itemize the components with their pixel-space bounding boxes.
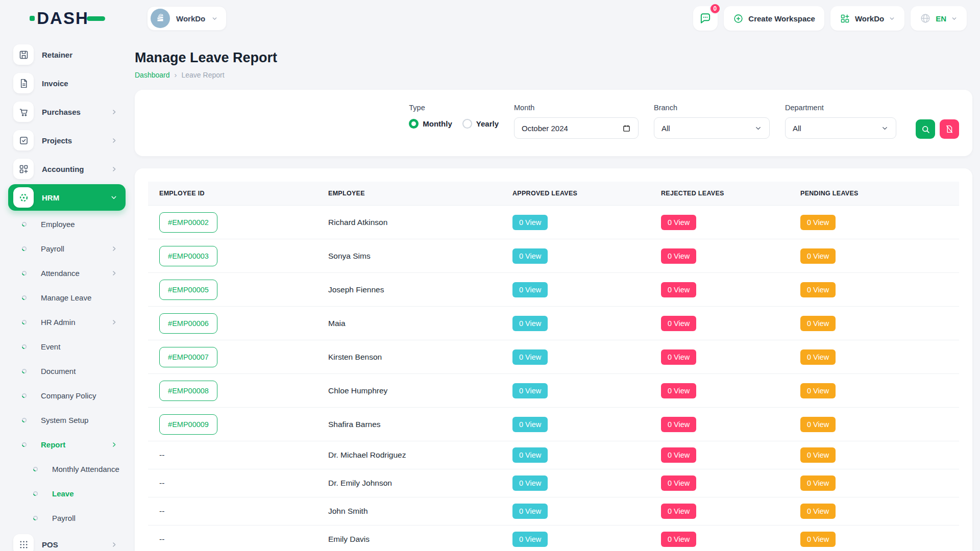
sidebar-item-company-policy[interactable]: Company Policy	[0, 383, 135, 408]
pending-leaves-badge[interactable]: 0 View	[800, 417, 836, 432]
sidebar-item-event[interactable]: Event	[0, 334, 135, 359]
approved-leaves-cell: 0 View	[501, 408, 650, 441]
month-picker-value: October 2024	[522, 124, 568, 133]
pending-leaves-badge[interactable]: 0 View	[800, 316, 836, 331]
pending-leaves-badge[interactable]: 0 View	[800, 504, 836, 519]
sidebar-item-attendance[interactable]: Attendance	[0, 261, 135, 285]
pending-leaves-badge[interactable]: 0 View	[800, 475, 836, 491]
employee-id-badge[interactable]: #EMP00007	[159, 347, 217, 367]
rejected-leaves-badge[interactable]: 0 View	[661, 504, 696, 519]
pending-leaves-badge[interactable]: 0 View	[800, 349, 836, 365]
create-workspace-button[interactable]: Create Workspace	[724, 6, 824, 31]
approved-leaves-badge[interactable]: 0 View	[512, 316, 548, 331]
rejected-leaves-cell: 0 View	[650, 408, 789, 441]
approved-leaves-badge[interactable]: 0 View	[512, 248, 548, 264]
employee-id-badge[interactable]: #EMP00008	[159, 381, 217, 401]
employee-id-badge[interactable]: #EMP00009	[159, 414, 217, 435]
breadcrumb-current: Leave Report	[182, 71, 225, 79]
pending-leaves-badge[interactable]: 0 View	[800, 447, 836, 463]
type-filter-group: Type Monthly Yearly	[409, 104, 499, 129]
breadcrumb-dashboard-link[interactable]: Dashboard	[135, 71, 170, 79]
sidebar-item-accounting[interactable]: Accounting	[0, 155, 135, 183]
employee-id-badge[interactable]: #EMP00006	[159, 313, 217, 334]
search-button[interactable]	[916, 119, 935, 139]
employee-id-badge[interactable]: #EMP00003	[159, 246, 217, 266]
month-picker-input[interactable]: October 2024	[514, 117, 639, 139]
sidebar-item-hrm[interactable]: HRM	[8, 184, 126, 211]
employee-id-empty: --	[159, 535, 164, 543]
sidebar-item-invoice[interactable]: Invoice	[0, 69, 135, 97]
sidebar-item-monthly-attendance[interactable]: Monthly Attendance	[0, 457, 135, 481]
pending-leaves-badge[interactable]: 0 View	[800, 282, 836, 297]
rejected-leaves-badge[interactable]: 0 View	[661, 316, 696, 331]
messages-button[interactable]: 0	[693, 6, 718, 31]
employee-id-cell: --	[148, 469, 317, 497]
page-title: Manage Leave Report	[135, 50, 972, 66]
type-yearly-radio[interactable]: Yearly	[462, 119, 499, 129]
rejected-leaves-badge[interactable]: 0 View	[661, 383, 696, 398]
sidebar-item-system-setup[interactable]: System Setup	[0, 408, 135, 432]
department-select[interactable]: All	[785, 117, 896, 139]
sidebar-item-manage-leave[interactable]: Manage Leave	[0, 285, 135, 310]
app-switcher-label: WorkDo	[855, 14, 884, 23]
app-switcher-button[interactable]: WorkDo	[830, 6, 904, 31]
pending-leaves-badge[interactable]: 0 View	[800, 532, 836, 547]
pending-leaves-badge[interactable]: 0 View	[800, 215, 836, 230]
reset-button[interactable]	[940, 119, 959, 139]
employee-id-badge[interactable]: #EMP00002	[159, 212, 217, 233]
rejected-leaves-cell: 0 View	[650, 374, 789, 408]
sidebar-item-label: Employee	[41, 220, 75, 229]
workspace-selector[interactable]: WorkDo	[147, 6, 227, 31]
pending-leaves-cell: 0 View	[789, 206, 959, 239]
rejected-leaves-cell: 0 View	[650, 497, 789, 525]
approved-leaves-badge[interactable]: 0 View	[512, 475, 548, 491]
sidebar-item-hr-admin[interactable]: HR Admin	[0, 310, 135, 334]
sidebar-item-report[interactable]: Report	[0, 432, 135, 457]
pending-leaves-cell: 0 View	[789, 408, 959, 441]
radio-unchecked-icon	[462, 119, 472, 129]
pending-leaves-cell: 0 View	[789, 239, 959, 273]
rejected-leaves-badge[interactable]: 0 View	[661, 349, 696, 365]
leave-report-table-card: EMPLOYEE ID EMPLOYEE APPROVED LEAVES REJ…	[135, 168, 972, 551]
approved-leaves-badge[interactable]: 0 View	[512, 215, 548, 230]
branch-select[interactable]: All	[654, 117, 770, 139]
sidebar-item-label: Company Policy	[41, 391, 96, 400]
rejected-leaves-badge[interactable]: 0 View	[661, 475, 696, 491]
sidebar-item-retainer[interactable]: Retainer	[0, 40, 135, 69]
approved-leaves-badge[interactable]: 0 View	[512, 349, 548, 365]
sidebar-item-employee[interactable]: Employee	[0, 212, 135, 236]
approved-leaves-badge[interactable]: 0 View	[512, 504, 548, 519]
approved-leaves-badge[interactable]: 0 View	[512, 417, 548, 432]
language-selector[interactable]: EN	[911, 6, 967, 31]
rejected-leaves-badge[interactable]: 0 View	[661, 417, 696, 432]
approved-leaves-badge[interactable]: 0 View	[512, 383, 548, 398]
sidebar-item-payroll[interactable]: Payroll	[0, 236, 135, 261]
brand-logo[interactable]: DASH	[0, 9, 135, 28]
sidebar-item-document[interactable]: Document	[0, 359, 135, 383]
approved-leaves-badge[interactable]: 0 View	[512, 532, 548, 547]
sidebar-item-purchases[interactable]: Purchases	[0, 97, 135, 126]
bullet-icon	[21, 319, 27, 325]
rejected-leaves-badge[interactable]: 0 View	[661, 215, 696, 230]
sidebar-item-label: HR Admin	[41, 318, 76, 327]
rejected-leaves-badge[interactable]: 0 View	[661, 282, 696, 297]
pending-leaves-badge[interactable]: 0 View	[800, 248, 836, 264]
rejected-leaves-badge[interactable]: 0 View	[661, 532, 696, 547]
logo-dot-accent	[30, 16, 35, 21]
employee-id-empty: --	[159, 479, 164, 487]
rejected-leaves-badge[interactable]: 0 View	[661, 447, 696, 463]
sidebar-item-pos[interactable]: POS	[0, 530, 135, 551]
rejected-leaves-badge[interactable]: 0 View	[661, 248, 696, 264]
table-row: --Dr. Michael Rodriguez0 View0 View0 Vie…	[148, 441, 959, 469]
pending-leaves-badge[interactable]: 0 View	[800, 383, 836, 398]
chevron-right-icon	[111, 109, 117, 115]
accounting-icon	[13, 159, 34, 179]
sidebar-item-leave[interactable]: Leave	[0, 481, 135, 506]
sidebar-item-payroll[interactable]: Payroll	[0, 506, 135, 530]
approved-leaves-badge[interactable]: 0 View	[512, 282, 548, 297]
type-monthly-radio[interactable]: Monthly	[409, 119, 452, 129]
approved-leaves-badge[interactable]: 0 View	[512, 447, 548, 463]
sidebar-item-projects[interactable]: Projects	[0, 126, 135, 155]
employee-id-badge[interactable]: #EMP00005	[159, 280, 217, 300]
bullet-icon	[21, 417, 27, 423]
